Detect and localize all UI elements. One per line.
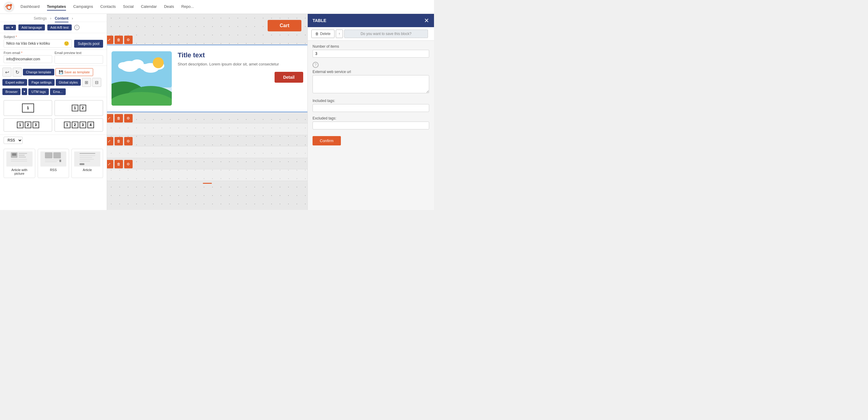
layout-two-col[interactable]: 1 2 bbox=[55, 100, 103, 116]
template-article[interactable]: Article bbox=[71, 149, 103, 178]
block-settings-button[interactable]: ⚙ bbox=[124, 36, 133, 44]
settings-link[interactable]: Settings bbox=[34, 16, 47, 21]
page-settings-button[interactable]: Page settings bbox=[28, 79, 55, 86]
right-panel-actions: 🗑 Delete ↑ Do you want to save this bloc… bbox=[308, 27, 434, 41]
svg-rect-7 bbox=[11, 159, 27, 160]
rss-thumb bbox=[40, 151, 67, 167]
svg-point-24 bbox=[118, 62, 129, 69]
svg-rect-4 bbox=[19, 153, 27, 154]
nav-campaigns[interactable]: Campaigns bbox=[73, 3, 93, 10]
empty-block-4 bbox=[107, 169, 307, 181]
svg-rect-5 bbox=[19, 155, 25, 156]
nav-dashboard[interactable]: Dashboard bbox=[21, 3, 40, 10]
svg-rect-17 bbox=[80, 159, 94, 160]
template-rss[interactable]: RSS bbox=[38, 149, 69, 178]
block-move-button[interactable]: ⤢ bbox=[107, 36, 113, 44]
grid-icon-button[interactable]: ⊞ bbox=[82, 78, 91, 87]
redo-button[interactable]: ↻ bbox=[13, 67, 22, 77]
subject-input[interactable]: Něco na Vás čeká v košíku 🙂 bbox=[4, 39, 72, 48]
block4-delete-button[interactable]: 🗑 bbox=[115, 160, 123, 168]
block-controls-2: ⤢ 🗑 ⚙ bbox=[107, 114, 307, 122]
article-description: Short description. Lorem ipsum dolor sit… bbox=[178, 61, 303, 67]
language-selector[interactable]: en ▼ bbox=[4, 25, 16, 30]
rss-dropdown[interactable]: RSS bbox=[4, 137, 23, 144]
layout-four-col[interactable]: 1 2 3 4 bbox=[55, 118, 103, 132]
undo-button[interactable]: ↩ bbox=[2, 67, 11, 77]
trash-icon: 🗑 bbox=[315, 32, 319, 36]
email-button[interactable]: Ema... bbox=[50, 88, 66, 95]
preview-text-field-group: Email preview text bbox=[55, 51, 103, 64]
help-icon[interactable]: ? bbox=[74, 25, 80, 30]
close-panel-button[interactable]: ✕ bbox=[424, 17, 429, 24]
block-2: ⤢ 🗑 ⚙ bbox=[107, 114, 307, 135]
block3-settings-button[interactable]: ⚙ bbox=[124, 137, 133, 145]
external-url-label: External web service url bbox=[313, 70, 429, 74]
toolbar: ↩ ↻ Change template 💾 Save as template E… bbox=[0, 66, 107, 97]
minus-indicator bbox=[203, 183, 212, 184]
block2-delete-button[interactable]: 🗑 bbox=[115, 114, 123, 122]
subject-field-group: Subject * Něco na Vás čeká v košíku 🙂 bbox=[4, 35, 72, 48]
content-link[interactable]: Content bbox=[55, 16, 68, 22]
help-circle-icon[interactable]: ? bbox=[313, 62, 318, 68]
upload-button[interactable]: ↑ bbox=[336, 30, 343, 38]
nav-calendar[interactable]: Calendar bbox=[141, 3, 157, 10]
add-ab-test-button[interactable]: Add A/B test bbox=[47, 24, 72, 30]
cart-button[interactable]: Cart bbox=[268, 20, 301, 31]
canvas-area: Cart ⤢ 🗑 ⚙ bbox=[107, 14, 307, 210]
right-panel-header: TABLE ✕ bbox=[308, 14, 434, 27]
svg-rect-13 bbox=[59, 160, 61, 162]
from-email-input[interactable]: info@incomaker.com bbox=[4, 55, 52, 63]
nav-reports[interactable]: Repo... bbox=[181, 3, 194, 10]
svg-rect-16 bbox=[80, 157, 92, 158]
article-content: Title text Short description. Lorem ipsu… bbox=[178, 51, 303, 83]
block-controls-1: ⤢ 🗑 ⚙ bbox=[107, 36, 307, 44]
number-of-items-label: Number of items bbox=[313, 44, 429, 49]
save-as-template-button[interactable]: 💾 Save as template bbox=[56, 68, 93, 76]
chevron-down-icon: ▼ bbox=[11, 26, 13, 29]
utm-tags-button[interactable]: UTM tags bbox=[28, 88, 49, 95]
template-article-with-picture[interactable]: Article with picture bbox=[4, 149, 35, 178]
change-template-button[interactable]: Change template bbox=[23, 69, 54, 76]
browser-button[interactable]: Browser bbox=[2, 88, 21, 95]
included-tags-label: Included tags: bbox=[313, 99, 429, 103]
svg-rect-14 bbox=[80, 153, 95, 154]
global-styles-button[interactable]: Global styles bbox=[56, 79, 81, 86]
add-language-button[interactable]: Add language bbox=[19, 24, 45, 30]
block4-settings-button[interactable]: ⚙ bbox=[124, 160, 133, 168]
layout-single[interactable]: 1 bbox=[4, 100, 52, 116]
article-card: Title text Short description. Lorem ipsu… bbox=[107, 45, 307, 112]
block3-delete-button[interactable]: 🗑 bbox=[115, 137, 123, 145]
from-email-row: From email * info@incomaker.com Email pr… bbox=[0, 50, 107, 66]
block4-move-button[interactable]: ⤢ bbox=[107, 160, 113, 168]
nav-templates[interactable]: Templates bbox=[47, 3, 66, 10]
toolbar-more-button[interactable]: ▾ bbox=[22, 88, 27, 95]
save-block-area[interactable]: Do you want to save this block? bbox=[344, 30, 428, 38]
block2-settings-button[interactable]: ⚙ bbox=[124, 114, 133, 122]
delete-button[interactable]: 🗑 Delete bbox=[311, 30, 335, 38]
block-delete-button[interactable]: 🗑 bbox=[115, 36, 123, 44]
layout-three-col[interactable]: 1 2 3 bbox=[4, 118, 52, 132]
subjects-pool-button[interactable]: Subjects pool bbox=[74, 40, 103, 48]
nav-deals[interactable]: Deals bbox=[164, 3, 174, 10]
block3-move-button[interactable]: ⤢ bbox=[107, 137, 113, 145]
svg-point-1 bbox=[10, 4, 12, 6]
excluded-tags-input[interactable] bbox=[313, 121, 429, 130]
detail-button[interactable]: Detail bbox=[275, 72, 303, 83]
empty-block-3 bbox=[107, 146, 307, 158]
external-url-input[interactable] bbox=[313, 75, 429, 93]
confirm-button[interactable]: Confirm bbox=[313, 136, 341, 145]
included-tags-input[interactable] bbox=[313, 104, 429, 112]
breadcrumb: Settings › Content › bbox=[0, 14, 107, 22]
emoji-icon[interactable]: 🙂 bbox=[64, 41, 69, 46]
nav-social[interactable]: Social bbox=[123, 3, 133, 10]
preview-text-input[interactable] bbox=[55, 55, 103, 64]
expert-editor-button[interactable]: Expert editor bbox=[2, 79, 27, 86]
from-email-label: From email * bbox=[4, 51, 52, 55]
number-of-items-input[interactable] bbox=[313, 50, 429, 58]
block2-move-button[interactable]: ⤢ bbox=[107, 114, 113, 122]
template-items: Article with picture RSS bbox=[0, 146, 107, 181]
layout-icon-button[interactable]: ⊟ bbox=[92, 78, 101, 87]
app-logo bbox=[4, 1, 14, 12]
svg-rect-18 bbox=[80, 161, 90, 162]
nav-contacts[interactable]: Contacts bbox=[100, 3, 116, 10]
